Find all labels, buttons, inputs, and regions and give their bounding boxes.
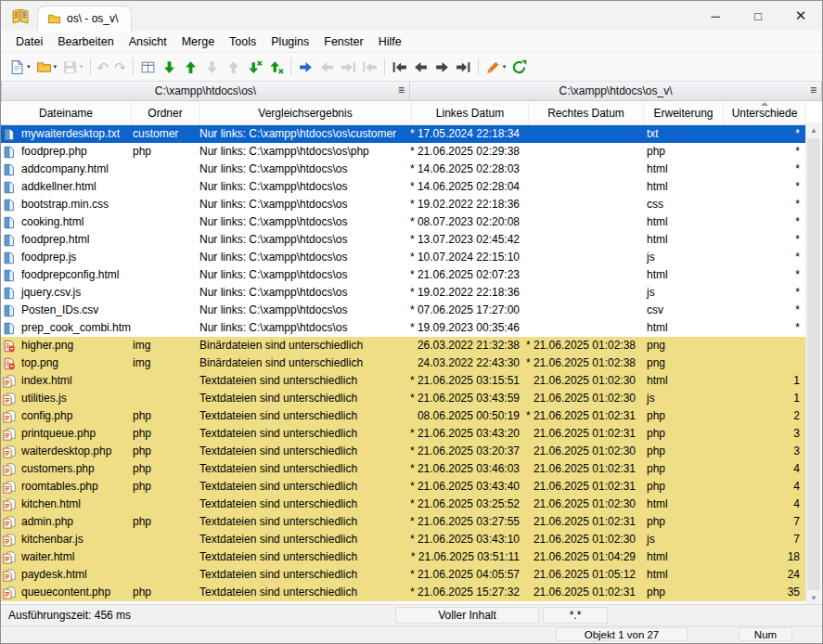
file-row[interactable]: foodprep.phpphpNur links: C:\xampp\htdoc… [1, 143, 806, 161]
extension: html [639, 496, 718, 513]
previous-file-button[interactable] [410, 56, 431, 78]
copy-left-advance-button [359, 56, 380, 78]
left-path-header[interactable]: C:\xampp\htdocs\os\ ≡ [1, 82, 409, 101]
left-path-menu-button[interactable]: ≡ [398, 84, 405, 97]
file-row[interactable]: index.htmlTextdateien sind unterschiedli… [1, 372, 806, 390]
extension: js [639, 249, 718, 266]
file-row[interactable]: addcompany.htmlNur links: C:\xampp\htdoc… [1, 161, 806, 178]
menu-item-hilfe[interactable]: Hilfe [371, 32, 409, 51]
previous-file-icon [413, 59, 429, 75]
current-difference-icon [298, 59, 314, 75]
column-header-rechtes-datum[interactable]: Rechtes Datum [529, 101, 644, 124]
right-path-menu-button[interactable]: ≡ [810, 84, 817, 97]
compare-result: Nur links: C:\xampp\htdocs\os [198, 161, 409, 178]
menu-item-merge[interactable]: Merge [174, 32, 222, 51]
last-file-button[interactable] [453, 56, 474, 78]
file-row[interactable]: customers.phpphpTextdateien sind untersc… [1, 460, 806, 478]
next-conflict-icon [204, 59, 220, 75]
column-header-linkes-datum[interactable]: Linkes Datum [412, 101, 529, 124]
differences: * [718, 161, 806, 178]
column-header-dateiname[interactable]: Dateiname [1, 101, 132, 124]
column-header-ordner[interactable]: Ordner [132, 101, 199, 124]
compare-result: Textdateien sind unterschiedlich [198, 496, 409, 513]
file-row[interactable]: admin.phpphpTextdateien sind unterschied… [1, 513, 806, 531]
left-date: * 21.06.2025 03:27:55 [409, 513, 525, 531]
menu-item-fenster[interactable]: Fenster [316, 32, 370, 51]
file-row[interactable]: roomtables.phpphpTextdateien sind unters… [1, 478, 806, 496]
file-row[interactable]: waiterdesktop.phpphpTextdateien sind unt… [1, 443, 806, 460]
leftonly-file-icon [3, 199, 16, 212]
previous-difference-button[interactable] [180, 56, 201, 78]
compare-result: Textdateien sind unterschiedlich [198, 425, 409, 443]
copy-right-advance-icon [341, 59, 356, 75]
view-layout-button[interactable] [137, 56, 159, 78]
file-status-cell [1, 319, 18, 337]
compare-result: Textdateien sind unterschiedlich [198, 390, 409, 407]
file-row[interactable]: foodprepconfig.htmlNur links: C:\xampp\h… [1, 266, 806, 284]
file-row[interactable]: foodprep.jsNur links: C:\xampp\htdocs\os… [1, 249, 806, 266]
file-row[interactable]: paydesk.htmlTextdateien sind unterschied… [1, 566, 806, 584]
column-header-unterschiede[interactable]: Unterschiede [724, 101, 806, 124]
plugins-button[interactable]: ▾ [482, 56, 509, 78]
file-row[interactable]: prep_cook_combi.htmlNur links: C:\xampp\… [1, 319, 806, 337]
refresh-button[interactable] [508, 56, 530, 78]
next-difference-button[interactable] [159, 56, 180, 78]
file-row[interactable]: mywaiterdesktop.txtcustomerNur links: C:… [1, 125, 806, 143]
menu-item-plugins[interactable]: Plugins [264, 32, 316, 51]
current-difference-button[interactable] [295, 56, 316, 78]
minimize-button[interactable]: ─ [694, 1, 737, 31]
toolbar-separator [384, 58, 385, 75]
file-row[interactable]: kitchenbar.jsTextdateien sind unterschie… [1, 531, 806, 548]
last-difference-button[interactable] [265, 56, 287, 78]
folder: php [131, 478, 198, 496]
object-count-pane: Objekt 1 von 27 [556, 627, 688, 641]
folder [131, 178, 198, 196]
file-row[interactable]: printqueue.phpphpTextdateien sind unters… [1, 425, 806, 443]
file-row[interactable]: queuecontent.phpphpTextdateien sind unte… [1, 584, 806, 601]
differences: * [718, 213, 806, 231]
scrollbar-track[interactable] [806, 138, 821, 590]
menu-item-bearbeiten[interactable]: Bearbeiten [50, 32, 121, 51]
compare-result: Textdateien sind unterschiedlich [198, 478, 409, 496]
first-file-button[interactable] [389, 56, 410, 78]
column-header-erweiterung[interactable]: Erweiterung [644, 101, 724, 124]
compare-result: Textdateien sind unterschiedlich [198, 372, 409, 390]
file-name: foodprep.html [18, 231, 131, 249]
text-file-icon [3, 586, 16, 599]
right-path-header[interactable]: C:\xampp\htdocs\os_v\ ≡ [409, 82, 822, 101]
compare-result: Nur links: C:\xampp\htdocs\os [198, 266, 409, 284]
right-date [525, 196, 639, 213]
menu-item-ansicht[interactable]: Ansicht [122, 32, 174, 51]
first-difference-button[interactable] [244, 56, 265, 78]
extension: html [639, 178, 718, 196]
column-header-vergleichsergebnis[interactable]: Vergleichsergebnis [199, 101, 412, 124]
menu-item-tools[interactable]: Tools [222, 32, 264, 51]
new-button[interactable]: ▾ [6, 56, 33, 78]
file-row[interactable]: higher.pngimgBinärdateien sind unterschi… [1, 337, 806, 354]
file-row[interactable]: utilities.jsTextdateien sind unterschied… [1, 390, 806, 407]
file-row[interactable]: cooking.htmlNur links: C:\xampp\htdocs\o… [1, 213, 806, 231]
next-file-button[interactable] [431, 56, 453, 78]
left-date: * 21.06.2025 02:07:23 [409, 266, 525, 284]
compare-tab[interactable]: os\ - os_v\ [37, 6, 132, 31]
scroll-up-button[interactable]: ▲ [806, 122, 821, 138]
file-row[interactable]: config.phpphpTextdateien sind unterschie… [1, 407, 806, 425]
file-row[interactable]: waiter.htmlTextdateien sind unterschiedl… [1, 548, 806, 566]
file-row[interactable]: top.pngimgBinärdateien sind unterschiedl… [1, 354, 806, 372]
file-row[interactable]: foodprep.htmlNur links: C:\xampp\htdocs\… [1, 231, 806, 249]
vertical-scrollbar[interactable]: ▲ ▼ [805, 122, 821, 606]
file-row[interactable]: addkellner.htmlNur links: C:\xampp\htdoc… [1, 178, 806, 196]
file-row[interactable]: kitchen.htmlTextdateien sind unterschied… [1, 496, 806, 513]
file-status-cell [1, 125, 18, 143]
scrollbar-thumb[interactable] [807, 138, 820, 590]
file-row[interactable]: jquery.csv.jsNur links: C:\xampp\htdocs\… [1, 284, 806, 302]
open-button[interactable]: ▾ [33, 56, 60, 78]
extension: html [639, 161, 718, 178]
file-row[interactable]: bootstrap.min.cssNur links: C:\xampp\htd… [1, 196, 806, 213]
extension: js [639, 390, 718, 407]
menu-item-datei[interactable]: Datei [8, 32, 50, 51]
maximize-button[interactable]: □ [737, 1, 779, 31]
file-row[interactable]: Posten_IDs.csvNur links: C:\xampp\htdocs… [1, 302, 806, 319]
right-date: 21.06.2025 01:02:30 [525, 443, 639, 460]
close-button[interactable]: ✕ [779, 1, 822, 31]
